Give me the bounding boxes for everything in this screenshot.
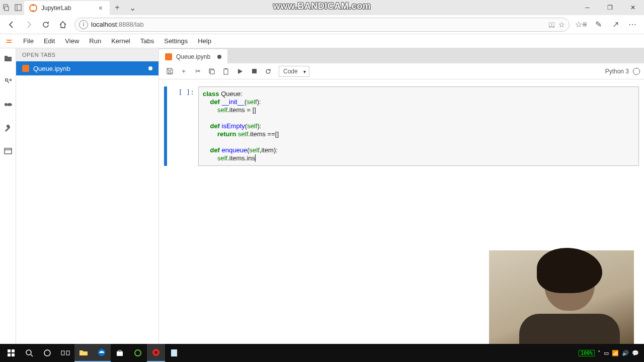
tray-chevron-icon[interactable]: ˄	[598, 350, 601, 356]
save-button[interactable]	[163, 65, 176, 78]
cut-button[interactable]: ✂	[191, 65, 204, 78]
site-info-icon[interactable]: i	[79, 20, 88, 29]
nav-back-button[interactable]	[3, 17, 20, 32]
tray-battery-icon[interactable]: ▭	[604, 350, 609, 356]
notebook-tab[interactable]: Queue.ipynb	[159, 49, 227, 63]
insert-cell-button[interactable]: +	[177, 65, 190, 78]
code-cell[interactable]: [ ]: class Queue: def __init__(self): se…	[164, 86, 639, 166]
menu-tabs[interactable]: Tabs	[135, 34, 159, 48]
svg-rect-15	[225, 68, 227, 69]
search-icon[interactable]	[20, 344, 38, 362]
kernel-status-icon	[633, 68, 640, 75]
menu-edit[interactable]: Edit	[39, 34, 60, 48]
paste-button[interactable]	[219, 65, 232, 78]
windows-taskbar: 100% ˄ ▭ 📶 🔊 💬	[0, 344, 644, 362]
set-aside-icon[interactable]	[12, 0, 24, 15]
cell-input[interactable]: class Queue: def __init__(self): self.it…	[198, 86, 639, 166]
kernel-name[interactable]: Python 3	[605, 68, 629, 75]
nav-home-button[interactable]	[54, 17, 71, 32]
jupyter-logo-icon	[2, 34, 16, 48]
stop-button[interactable]	[248, 65, 261, 78]
battery-status: 100%	[579, 350, 595, 356]
svg-line-22	[31, 354, 33, 356]
svg-rect-27	[117, 351, 123, 356]
running-icon[interactable]	[3, 76, 13, 86]
browser-navbar: i localhost:8888/lab 🕮 ☆ ☆≡ ✎ ↗ ⋯	[0, 15, 644, 34]
window-close-button[interactable]: ✕	[621, 0, 644, 15]
menu-view[interactable]: View	[60, 34, 84, 48]
svg-point-6	[33, 10, 34, 11]
favorite-icon[interactable]: ☆	[558, 21, 565, 29]
jupyter-body: OPEN TABS Queue.ipynb Queue.ipynb + ✂ Co…	[0, 48, 644, 344]
nav-refresh-button[interactable]	[37, 17, 54, 32]
cell-marker	[164, 86, 167, 166]
menu-file[interactable]: File	[18, 34, 39, 48]
tab-actions-icon[interactable]	[0, 0, 12, 15]
menu-kernel[interactable]: Kernel	[106, 34, 135, 48]
svg-point-23	[44, 350, 50, 356]
svg-rect-25	[66, 351, 69, 355]
copy-button[interactable]	[205, 65, 218, 78]
reading-view-icon[interactable]: 🕮	[548, 21, 555, 29]
cell-type-dropdown[interactable]: Code	[279, 66, 309, 77]
url-text: localhost:8888/lab	[91, 21, 144, 28]
browser-tab-label: JupyterLab	[41, 5, 97, 12]
file-browser-icon[interactable]	[3, 53, 13, 63]
window-minimize-button[interactable]: ─	[576, 0, 599, 15]
svg-point-28	[135, 350, 141, 356]
restart-button[interactable]	[262, 65, 275, 78]
notifications-icon[interactable]: 💬	[632, 350, 639, 356]
tray-wifi-icon[interactable]: 📶	[612, 350, 619, 356]
address-bar[interactable]: i localhost:8888/lab 🕮 ☆	[74, 18, 570, 32]
webcam-overlay	[489, 250, 634, 344]
tools-icon[interactable]	[3, 123, 13, 133]
new-tab-button[interactable]: +	[110, 0, 125, 15]
bandicam-icon[interactable]	[147, 344, 165, 362]
menu-help[interactable]: Help	[193, 34, 216, 48]
svg-rect-16	[252, 69, 257, 73]
notes-icon[interactable]: ✎	[590, 17, 607, 32]
store-icon[interactable]	[111, 344, 129, 362]
nav-forward-button[interactable]	[20, 17, 37, 32]
jupyter-menubar: File Edit View Run Kernel Tabs Settings …	[0, 34, 644, 48]
tab-dropdown-icon[interactable]: ⌄	[125, 0, 140, 15]
favorites-icon[interactable]: ☆≡	[573, 17, 590, 32]
open-tabs-header: OPEN TABS	[16, 48, 158, 61]
svg-rect-19	[8, 353, 11, 356]
svg-point-5	[33, 5, 34, 6]
code-content[interactable]: class Queue: def __init__(self): self.it…	[203, 90, 634, 162]
open-tab-item[interactable]: Queue.ipynb	[16, 61, 158, 75]
more-icon[interactable]: ⋯	[624, 17, 641, 32]
system-tray[interactable]: 100% ˄ ▭ 📶 🔊 💬	[579, 350, 642, 356]
edge-icon[interactable]	[93, 344, 111, 362]
bandicam-watermark: www.BANDICAM.com	[273, 1, 371, 12]
cell-prompt: [ ]:	[169, 86, 198, 166]
start-button[interactable]	[2, 344, 20, 362]
svg-rect-2	[15, 5, 21, 11]
svg-rect-17	[8, 349, 11, 352]
file-explorer-icon[interactable]	[74, 344, 93, 362]
run-button[interactable]	[233, 65, 247, 78]
notebook-area[interactable]: [ ]: class Queue: def __init__(self): se…	[159, 79, 644, 344]
cortana-icon[interactable]	[38, 344, 56, 362]
svg-rect-18	[12, 349, 15, 352]
tray-volume-icon[interactable]: 🔊	[622, 350, 629, 356]
share-icon[interactable]: ↗	[607, 17, 624, 32]
menu-settings[interactable]: Settings	[159, 34, 193, 48]
close-tab-icon[interactable]: ×	[97, 4, 105, 12]
notepad-icon[interactable]	[165, 344, 183, 362]
svg-point-30	[154, 351, 157, 354]
svg-point-9	[7, 103, 12, 106]
commands-icon[interactable]	[3, 100, 13, 110]
tabs-icon[interactable]	[3, 146, 13, 156]
notebook-icon	[22, 65, 29, 72]
app-green-icon[interactable]	[129, 344, 147, 362]
browser-tab[interactable]: JupyterLab ×	[24, 1, 110, 15]
svg-rect-1	[5, 7, 9, 11]
menu-run[interactable]: Run	[84, 34, 106, 48]
window-maximize-button[interactable]: ❐	[599, 0, 621, 15]
notebook-main: Queue.ipynb + ✂ Code Python 3 [ ]: class…	[159, 48, 644, 344]
svg-rect-31	[171, 349, 177, 356]
task-view-icon[interactable]	[56, 344, 74, 362]
dirty-indicator-icon	[148, 66, 152, 70]
